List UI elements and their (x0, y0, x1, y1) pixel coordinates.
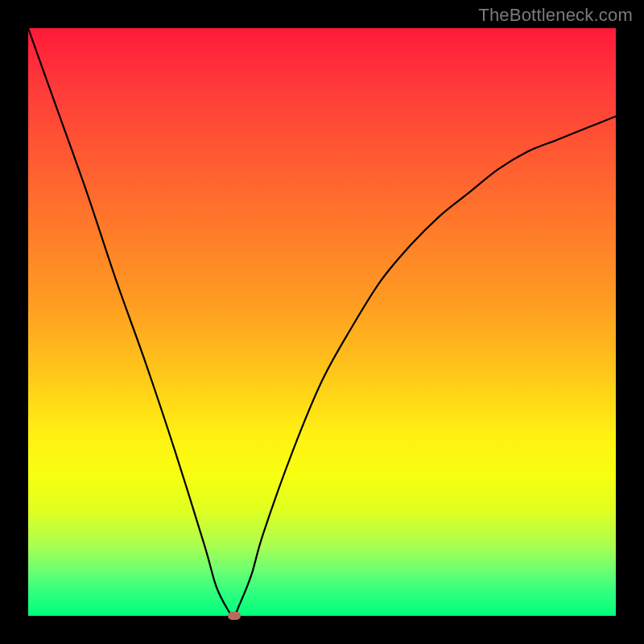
bottleneck-curve (28, 28, 616, 616)
watermark-label: TheBottleneck.com (478, 5, 633, 26)
curve-svg (28, 28, 616, 616)
minimum-marker (228, 612, 241, 620)
chart-frame: TheBottleneck.com (0, 0, 644, 644)
plot-area (28, 28, 616, 616)
